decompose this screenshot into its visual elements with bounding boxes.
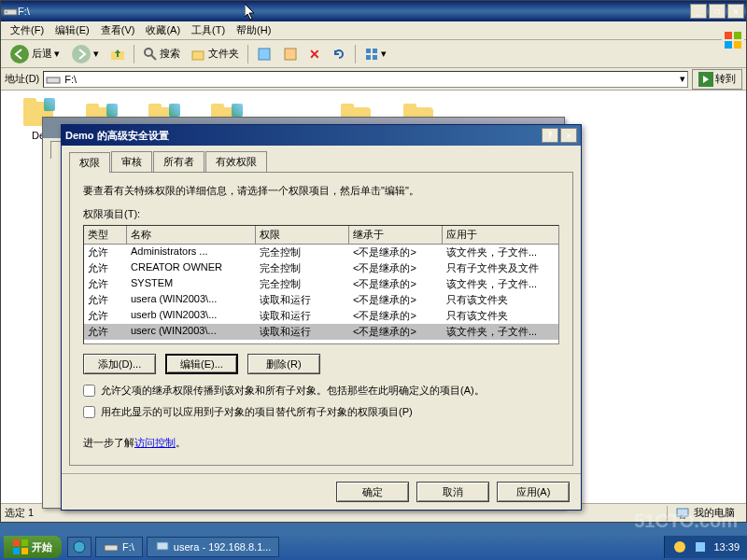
- task-remote[interactable]: usera - 192.168.8.1...: [147, 537, 280, 557]
- back-button[interactable]: 后退 ▾: [5, 41, 64, 67]
- svg-rect-5: [734, 41, 741, 49]
- svg-rect-3: [734, 32, 741, 39]
- col-type[interactable]: 类型: [84, 226, 127, 244]
- menu-favorites[interactable]: 收藏(A): [140, 21, 186, 39]
- clock[interactable]: 13:39: [713, 541, 740, 553]
- svg-rect-28: [157, 542, 168, 550]
- drive-icon: [46, 72, 61, 87]
- cancel-button[interactable]: 取消: [416, 482, 489, 502]
- replace-label[interactable]: 用在此显示的可以应用到子对象的项目替代所有子对象的权限项目(P): [101, 405, 413, 419]
- replace-checkbox[interactable]: [83, 406, 95, 418]
- col-inherit[interactable]: 继承于: [349, 226, 443, 244]
- menu-file[interactable]: 文件(F): [5, 21, 49, 39]
- window-title: F:\: [18, 6, 690, 17]
- svg-rect-15: [373, 49, 377, 53]
- svg-point-6: [10, 45, 29, 63]
- svg-line-10: [151, 55, 156, 60]
- dialog-title: Demo 的高级安全设置: [65, 129, 542, 143]
- edit-button[interactable]: 编辑(E)...: [165, 354, 238, 374]
- xp-logo: [722, 21, 744, 59]
- go-button[interactable]: 转到: [692, 69, 742, 90]
- help-button[interactable]: ?: [542, 128, 558, 143]
- svg-rect-11: [192, 51, 204, 60]
- menu-help[interactable]: 帮助(H): [231, 21, 276, 39]
- start-button[interactable]: 开始: [4, 536, 62, 558]
- svg-point-9: [145, 49, 152, 56]
- col-perm[interactable]: 权限: [256, 226, 349, 244]
- menu-edit[interactable]: 编辑(E): [49, 21, 95, 39]
- minimize-button[interactable]: _: [690, 4, 707, 19]
- undo-icon: [331, 47, 346, 62]
- address-value: F:\: [64, 74, 77, 85]
- maximize-button[interactable]: ❐: [709, 4, 726, 19]
- tab-owner[interactable]: 所有者: [153, 151, 204, 172]
- search-button[interactable]: 搜索: [138, 44, 185, 64]
- menu-tools[interactable]: 工具(T): [186, 21, 231, 39]
- instruction-text: 要查看有关特殊权限的详细信息，请选择一个权限项目，然后单击"编辑"。: [83, 184, 559, 198]
- tab-panel: 要查看有关特殊权限的详细信息，请选择一个权限项目，然后单击"编辑"。 权限项目(…: [69, 172, 573, 466]
- svg-rect-13: [285, 49, 296, 60]
- svg-rect-12: [259, 49, 270, 60]
- permissions-list[interactable]: 类型 名称 权限 继承于 应用于 允许Administrators ...完全控…: [83, 225, 559, 344]
- svg-rect-23: [21, 539, 28, 546]
- search-label: 搜索: [160, 47, 180, 61]
- tab-permissions[interactable]: 权限: [69, 152, 110, 173]
- list-header[interactable]: 类型 名称 权限 继承于 应用于: [84, 226, 558, 245]
- advanced-security-dialog: Demo 的高级安全设置 ? ✕ 权限 审核 所有者 有效权限 要查看有关特殊权…: [61, 124, 582, 511]
- delete-x-icon: ✕: [309, 47, 320, 62]
- svg-rect-22: [13, 539, 20, 546]
- svg-rect-30: [696, 542, 705, 552]
- close-button[interactable]: ✕: [560, 128, 577, 143]
- views-button[interactable]: ▾: [359, 44, 391, 64]
- delete-button[interactable]: ✕: [304, 44, 325, 64]
- permission-row[interactable]: 允许SYSTEM完全控制<不是继承的>该文件夹，子文件...: [84, 276, 558, 292]
- inherit-label[interactable]: 允许父项的继承权限传播到该对象和所有子对象。包括那些在此明确定义的项目(A)。: [101, 384, 485, 398]
- tab-audit[interactable]: 审核: [111, 151, 152, 172]
- tab-strip: 权限 审核 所有者 有效权限: [62, 146, 581, 172]
- svg-point-26: [74, 541, 85, 553]
- forward-arrow-icon: [71, 44, 92, 64]
- system-tray[interactable]: 13:39: [664, 536, 747, 558]
- tb-icon-2[interactable]: [278, 44, 303, 64]
- permission-row[interactable]: 允许userb (WIN2003\...读取和运行<不是继承的>只有该文件夹: [84, 308, 558, 324]
- undo-button[interactable]: [327, 44, 351, 64]
- apply-button[interactable]: 应用(A): [497, 482, 570, 502]
- task-explorer[interactable]: F:\: [95, 537, 143, 557]
- permission-row[interactable]: 允许userc (WIN2003\...读取和运行<不是继承的>该文件夹，子文件…: [84, 324, 558, 340]
- tray-icon[interactable]: [693, 539, 708, 554]
- permission-row[interactable]: 允许CREATOR OWNER完全控制<不是继承的>只有子文件夹及文件: [84, 260, 558, 276]
- svg-rect-24: [13, 548, 20, 554]
- ok-button[interactable]: 确定: [336, 482, 409, 502]
- start-label: 开始: [32, 540, 52, 554]
- permission-row[interactable]: 允许usera (WIN2003\...读取和运行<不是继承的>只有该文件夹: [84, 292, 558, 308]
- access-control-link[interactable]: 访问控制: [134, 437, 176, 448]
- watermark: 51CTO.com: [634, 511, 738, 532]
- dropdown-icon[interactable]: ▾: [680, 73, 685, 85]
- close-button[interactable]: ✕: [727, 4, 744, 19]
- menu-view[interactable]: 查看(V): [95, 21, 141, 39]
- taskbar: 开始 F:\ usera - 192.168.8.1... 13:39: [0, 534, 747, 560]
- permission-row[interactable]: 允许Administrators ...完全控制<不是继承的>该文件夹，子文件.…: [84, 245, 558, 260]
- inherit-checkbox[interactable]: [83, 385, 95, 397]
- tab-effective[interactable]: 有效权限: [205, 151, 267, 172]
- remove-button[interactable]: 删除(R): [247, 354, 320, 374]
- separator: [134, 45, 134, 63]
- folders-button[interactable]: 文件夹: [187, 44, 244, 64]
- up-button[interactable]: [106, 44, 130, 64]
- tb-icon-1[interactable]: [252, 44, 276, 64]
- button-row: 添加(D)... 编辑(E)... 删除(R): [83, 354, 559, 374]
- folders-icon: [191, 47, 206, 62]
- tray-icon[interactable]: [672, 539, 687, 554]
- dialog-titlebar[interactable]: Demo 的高级安全设置 ? ✕: [62, 125, 581, 146]
- svg-rect-17: [373, 55, 377, 60]
- address-input[interactable]: F:\ ▾: [43, 71, 688, 88]
- quick-launch-ie[interactable]: [67, 537, 92, 557]
- addressbar: 地址(D) F:\ ▾ 转到: [1, 68, 746, 91]
- forward-button[interactable]: ▾: [66, 41, 104, 67]
- col-name[interactable]: 名称: [127, 226, 256, 244]
- explorer-titlebar[interactable]: F:\ _ ❐ ✕: [1, 1, 746, 21]
- views-icon: [364, 47, 379, 62]
- svg-point-7: [72, 45, 91, 63]
- add-button[interactable]: 添加(D)...: [83, 354, 156, 374]
- col-apply[interactable]: 应用于: [443, 226, 558, 244]
